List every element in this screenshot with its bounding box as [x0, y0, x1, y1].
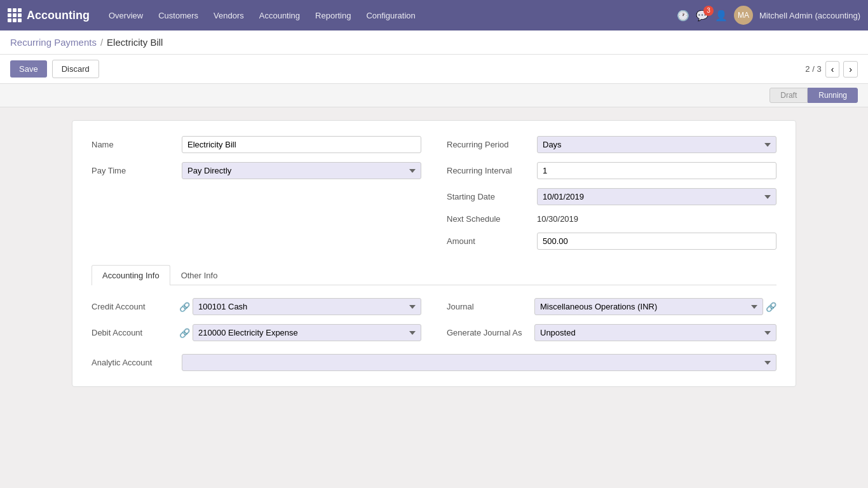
nav-vendors[interactable]: Vendors — [207, 7, 250, 24]
credit-account-select[interactable]: 100101 Cash 100201 Bank — [193, 298, 421, 315]
credit-account-row: Credit Account 🔗 100101 Cash 100201 Bank — [92, 298, 421, 315]
amount-row: Amount — [447, 233, 776, 250]
tabs: Accounting Info Other Info — [92, 265, 776, 285]
starting-date-select[interactable]: 10/01/2019 — [537, 188, 776, 205]
nav-customers[interactable]: Customers — [152, 7, 205, 24]
chat-badge-wrap[interactable]: 💬 3 — [696, 10, 709, 22]
status-bar: Draft Running — [0, 84, 868, 107]
analytic-account-label: Analytic Account — [92, 358, 174, 367]
recurring-period-label: Recurring Period — [447, 140, 529, 149]
topnav-right: 🕐 💬 3 👤 MA Mitchell Admin (accounting) — [677, 6, 860, 25]
pay-time-label: Pay Time — [92, 166, 174, 175]
nav-accounting[interactable]: Accounting — [253, 7, 306, 24]
starting-date-row: Starting Date 10/01/2019 — [447, 188, 776, 205]
analytic-section: Analytic Account — [92, 354, 776, 371]
chat-count: 3 — [703, 6, 714, 16]
main-content: Name Pay Time Pay Directly End of Month … — [0, 107, 868, 400]
app-title: Accounting — [27, 9, 90, 22]
analytic-account-row: Analytic Account — [92, 354, 776, 371]
tab-accounting-info[interactable]: Accounting Info — [92, 265, 170, 285]
debit-account-row: Debit Account 🔗 210000 Electricity Expen… — [92, 324, 421, 341]
top-navigation: Accounting Overview Customers Vendors Ac… — [0, 0, 868, 30]
breadcrumb-separator: / — [100, 37, 103, 48]
status-running[interactable]: Running — [808, 88, 858, 103]
amount-input[interactable] — [537, 233, 776, 250]
account-left: Credit Account 🔗 100101 Cash 100201 Bank… — [92, 298, 421, 341]
nav-overview[interactable]: Overview — [102, 7, 149, 24]
nav-counter-area: 2 / 3 ‹ › — [805, 61, 858, 78]
record-counter: 2 / 3 — [805, 64, 821, 74]
name-row: Name — [92, 136, 421, 153]
breadcrumb-current: Electricity Bill — [107, 37, 163, 48]
recurring-period-row: Recurring Period Days Weeks Months Years — [447, 136, 776, 153]
breadcrumb-bar: Recurring Payments / Electricity Bill — [0, 30, 868, 55]
app-logo[interactable]: Accounting — [8, 8, 90, 22]
journal-external-link-icon[interactable]: 🔗 — [766, 302, 776, 312]
amount-label: Amount — [447, 236, 529, 246]
starting-date-label: Starting Date — [447, 192, 529, 201]
journal-label: Journal — [447, 302, 529, 311]
clock-icon[interactable]: 🕐 — [677, 10, 689, 22]
breadcrumb: Recurring Payments / Electricity Bill — [10, 37, 163, 48]
people-icon[interactable]: 👤 — [715, 10, 728, 22]
breadcrumb-parent[interactable]: Recurring Payments — [10, 37, 97, 48]
debit-account-label: Debit Account — [92, 328, 174, 337]
recurring-interval-label: Recurring Interval — [447, 166, 529, 175]
status-pipeline: Draft Running — [770, 88, 858, 103]
grid-icon — [8, 8, 22, 22]
next-schedule-value: 10/30/2019 — [537, 214, 776, 224]
generate-journal-row: Generate Journal As Unposted Posted — [447, 324, 776, 341]
journal-right: Journal Miscellaneous Operations (INR) C… — [447, 298, 776, 341]
toolbar: Save Discard 2 / 3 ‹ › — [0, 55, 868, 84]
tab-other-info[interactable]: Other Info — [170, 265, 229, 285]
form-card: Name Pay Time Pay Directly End of Month … — [72, 120, 796, 387]
accounting-info-section: Credit Account 🔗 100101 Cash 100201 Bank… — [92, 298, 776, 341]
next-schedule-label: Next Schedule — [447, 214, 529, 224]
user-name[interactable]: Mitchell Admin (accounting) — [759, 11, 860, 20]
top-menu: Overview Customers Vendors Accounting Re… — [102, 7, 677, 24]
prev-record-button[interactable]: ‹ — [825, 61, 840, 78]
recurring-interval-row: Recurring Interval — [447, 162, 776, 179]
status-draft[interactable]: Draft — [770, 88, 808, 103]
pay-time-row: Pay Time Pay Directly End of Month End o… — [92, 162, 421, 179]
journal-wrap: Miscellaneous Operations (INR) Customer … — [534, 298, 776, 315]
form-right: Recurring Period Days Weeks Months Years… — [447, 136, 776, 250]
generate-journal-label: Generate Journal As — [447, 328, 529, 337]
name-input[interactable] — [182, 136, 421, 153]
next-record-button[interactable]: › — [843, 61, 858, 78]
form-left: Name Pay Time Pay Directly End of Month … — [92, 136, 421, 250]
tab-list: Accounting Info Other Info — [92, 265, 776, 285]
nav-configuration[interactable]: Configuration — [360, 7, 421, 24]
generate-journal-select[interactable]: Unposted Posted — [534, 324, 776, 341]
avatar[interactable]: MA — [734, 6, 753, 25]
credit-account-wrap: 🔗 100101 Cash 100201 Bank — [179, 298, 421, 315]
form-section-main: Name Pay Time Pay Directly End of Month … — [92, 136, 776, 250]
name-label: Name — [92, 140, 174, 149]
analytic-account-select[interactable] — [182, 354, 776, 371]
credit-account-label: Credit Account — [92, 302, 174, 311]
journal-select[interactable]: Miscellaneous Operations (INR) Customer … — [534, 298, 763, 315]
credit-account-external-link-icon[interactable]: 🔗 — [179, 302, 190, 312]
debit-account-select[interactable]: 210000 Electricity Expense — [193, 324, 421, 341]
nav-reporting[interactable]: Reporting — [309, 7, 357, 24]
recurring-interval-input[interactable] — [537, 162, 776, 179]
debit-account-external-link-icon[interactable]: 🔗 — [179, 328, 190, 338]
next-schedule-row: Next Schedule 10/30/2019 — [447, 214, 776, 224]
discard-button[interactable]: Discard — [52, 60, 99, 78]
debit-account-wrap: 🔗 210000 Electricity Expense — [179, 324, 421, 341]
journal-row: Journal Miscellaneous Operations (INR) C… — [447, 298, 776, 315]
save-button[interactable]: Save — [10, 60, 47, 78]
recurring-period-select[interactable]: Days Weeks Months Years — [537, 136, 776, 153]
pay-time-select[interactable]: Pay Directly End of Month End of Quarter — [182, 162, 421, 179]
generate-journal-wrap: Unposted Posted — [534, 324, 776, 341]
